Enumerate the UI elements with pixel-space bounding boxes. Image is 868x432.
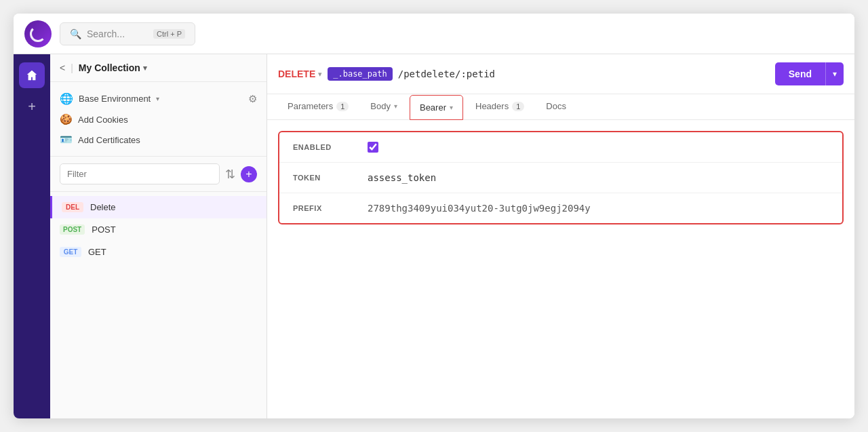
cookie-icon: 🍪 xyxy=(60,113,73,125)
filter-input[interactable] xyxy=(60,163,220,184)
method-dropdown-arrow: ▾ xyxy=(318,70,322,79)
bearer-token-row: TOKEN assess_token xyxy=(279,163,842,193)
add-nav-icon[interactable]: + xyxy=(19,94,45,119)
env-label: Base Environment xyxy=(79,94,151,104)
method-badge-del: DEL xyxy=(62,202,83,212)
send-button-group: Send ▾ xyxy=(775,62,844,85)
tab-body[interactable]: Body ▾ xyxy=(361,94,407,119)
token-label: TOKEN xyxy=(293,172,347,182)
base-environment-row: 🌐 Base Environment ▾ ⚙ xyxy=(60,89,257,109)
app-window: 🔍 Search... Ctrl + P + < | My Collection xyxy=(14,14,854,418)
add-collection-item-button[interactable]: + xyxy=(241,166,257,182)
prefix-value: 2789thg3409yui034yut20-3utg0jw9egj2094y xyxy=(368,203,591,214)
method-delete-label: DELETE xyxy=(278,68,315,79)
collection-title: My Collection ▾ xyxy=(79,62,147,73)
tabs-bar: Parameters 1 Body ▾ Bearer ▾ Headers 1 D… xyxy=(267,94,854,120)
sidebar-env-section: 🌐 Base Environment ▾ ⚙ 🍪 Add Cookies 🪪 A… xyxy=(50,82,267,157)
collection-dropdown-arrow[interactable]: ▾ xyxy=(143,64,147,73)
list-item[interactable]: GET GET xyxy=(50,241,267,263)
collection-items-list: DEL Delete POST POST GET GET xyxy=(50,192,267,418)
list-item[interactable]: POST POST xyxy=(50,218,267,241)
sidebar-header: < | My Collection ▾ xyxy=(50,54,267,82)
env-dropdown-arrow[interactable]: ▾ xyxy=(156,95,159,102)
tab-headers[interactable]: Headers 1 xyxy=(466,94,534,119)
certificate-icon: 🪪 xyxy=(60,134,73,146)
method-selector[interactable]: DELETE ▾ xyxy=(278,68,322,79)
filter-area: ⇅ + xyxy=(50,157,267,192)
sidebar: < | My Collection ▾ 🌐 Base Environment ▾… xyxy=(50,54,267,418)
send-button[interactable]: Send xyxy=(775,62,825,85)
search-placeholder: Search... xyxy=(87,28,148,39)
left-nav: + xyxy=(14,54,50,418)
bearer-enabled-row: ENABLED xyxy=(279,132,842,163)
send-dropdown-button[interactable]: ▾ xyxy=(825,62,844,85)
content-area: DELETE ▾ _.base_path /petdelete/:petid S… xyxy=(267,54,854,418)
item-label-post: POST xyxy=(92,224,115,235)
prefix-label: PREFIX xyxy=(293,203,347,212)
sidebar-divider: | xyxy=(71,62,73,73)
request-bar: DELETE ▾ _.base_path /petdelete/:petid S… xyxy=(267,54,854,94)
enabled-checkbox[interactable] xyxy=(368,142,378,153)
certs-label: Add Certificates xyxy=(78,135,140,145)
sort-icon[interactable]: ⇅ xyxy=(225,167,235,182)
enabled-label: ENABLED xyxy=(293,142,347,151)
tab-docs[interactable]: Docs xyxy=(536,94,576,119)
search-icon: 🔍 xyxy=(70,28,81,39)
tab-bearer[interactable]: Bearer ▾ xyxy=(410,95,463,120)
list-item[interactable]: DEL Delete xyxy=(50,196,267,218)
app-logo-inner xyxy=(30,26,46,42)
search-shortcut: Ctrl + P xyxy=(153,29,185,39)
item-label-delete: Delete xyxy=(90,202,116,212)
base-path-badge: _.base_path xyxy=(328,67,392,81)
bearer-panel: ENABLED TOKEN assess_token PREFIX 2789th… xyxy=(278,131,844,224)
url-text: /petdelete/:petid xyxy=(398,68,770,79)
main-area: + < | My Collection ▾ 🌐 Base Environment xyxy=(14,54,854,418)
method-badge-get: GET xyxy=(60,247,81,257)
gear-icon[interactable]: ⚙ xyxy=(248,93,257,105)
home-nav-icon[interactable] xyxy=(19,62,45,88)
tab-parameters[interactable]: Parameters 1 xyxy=(278,94,358,119)
add-certs-row[interactable]: 🪪 Add Certificates xyxy=(60,130,257,149)
add-cookies-row[interactable]: 🍪 Add Cookies xyxy=(60,110,257,129)
top-bar: 🔍 Search... Ctrl + P xyxy=(14,14,854,54)
method-badge-post: POST xyxy=(60,224,85,235)
back-button[interactable]: < xyxy=(60,62,65,73)
token-value: assess_token xyxy=(368,172,436,183)
item-label-get: GET xyxy=(88,247,106,257)
bearer-prefix-row: PREFIX 2789thg3409yui034yut20-3utg0jw9eg… xyxy=(279,193,842,223)
app-logo xyxy=(24,20,52,47)
cookies-label: Add Cookies xyxy=(78,115,128,125)
search-bar[interactable]: 🔍 Search... Ctrl + P xyxy=(60,22,195,45)
globe-icon: 🌐 xyxy=(60,92,73,105)
